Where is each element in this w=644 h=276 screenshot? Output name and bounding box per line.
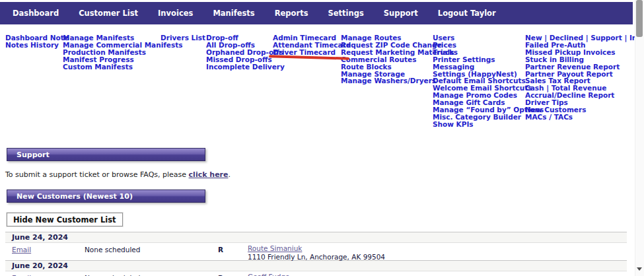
customer-name-address: Route Simaniuk1110 Friendly Ln, Anchorag… bbox=[248, 244, 385, 261]
customer-address: 1110 Friendly Ln, Anchorage, AK 99504 bbox=[248, 253, 385, 261]
support-text-after: . bbox=[229, 170, 231, 179]
support-section-header: Support bbox=[7, 148, 205, 161]
scrollbar-track[interactable] bbox=[635, 0, 644, 276]
link-macs-tacs[interactable]: MACs / TACs bbox=[525, 114, 644, 121]
customer-name-address: Geoff Fudge bbox=[248, 273, 290, 276]
link-show-kpis[interactable]: Show KPIs bbox=[433, 121, 544, 128]
date-group-header: June 24, 2024 bbox=[5, 232, 627, 243]
link-manifest-progress[interactable]: Manifest Progress bbox=[63, 56, 182, 63]
new-customers-section-header: New Customers (Newest 10) bbox=[7, 190, 205, 203]
support-text: To submit a support ticket or browse FAQ… bbox=[5, 170, 231, 179]
dashboard-page: DashboardCustomer ListInvoicesManifestsR… bbox=[0, 0, 644, 276]
hide-new-customer-list-button[interactable]: Hide New Customer List bbox=[7, 213, 123, 226]
scroll-down-arrow-icon[interactable] bbox=[637, 267, 642, 271]
customer-row: EmailNone scheduledRRoute Simaniuk1110 F… bbox=[5, 243, 627, 260]
email-link[interactable]: Email bbox=[12, 246, 31, 254]
new-customers-section-title: New Customers (Newest 10) bbox=[17, 192, 133, 201]
click-here-link[interactable]: click here bbox=[189, 170, 229, 179]
quick-links-column-8: New | Declined | Support | InvoicesFaile… bbox=[525, 34, 644, 121]
date-group-header: June 20, 2024 bbox=[5, 260, 627, 271]
nav-item-reports[interactable]: Reports bbox=[265, 9, 318, 18]
quick-links-column-3: Drivers List bbox=[161, 34, 205, 42]
nav-item-settings[interactable]: Settings bbox=[318, 9, 374, 18]
quick-links-column-1: Dashboard NoteNotes History bbox=[5, 34, 69, 49]
link-incomplete-delivery[interactable]: Incomplete Delivery bbox=[206, 63, 285, 71]
support-text-before: To submit a support ticket or browse FAQ… bbox=[5, 170, 189, 179]
link-custom-manifests[interactable]: Custom Manifests bbox=[63, 63, 182, 71]
nav-item-manifests[interactable]: Manifests bbox=[203, 9, 264, 18]
nav-item-customer-list[interactable]: Customer List bbox=[69, 9, 148, 18]
scrollbar-thumb[interactable] bbox=[636, 0, 643, 37]
support-section-title: Support bbox=[17, 151, 50, 159]
link-drivers-list[interactable]: Drivers List bbox=[161, 34, 205, 42]
quick-links-column-5: Admin TimecardAttendant TimecardDriver T… bbox=[273, 34, 351, 56]
link-stuck-in-billing[interactable]: Stuck in Billing bbox=[525, 56, 644, 63]
new-customer-table: June 24, 2024EmailNone scheduledRRoute S… bbox=[5, 232, 627, 276]
link-notes-history[interactable]: Notes History bbox=[5, 42, 69, 49]
link-partner-revenue-report[interactable]: Partner Revenue Report bbox=[525, 63, 644, 71]
customer-name-link[interactable]: Route Simaniuk bbox=[248, 244, 385, 252]
nav-item-logout-taylor[interactable]: Logout Taylor bbox=[428, 9, 506, 18]
nav-item-invoices[interactable]: Invoices bbox=[148, 9, 203, 18]
quick-links-panel: Dashboard NoteNotes HistoryManage Manife… bbox=[0, 34, 633, 133]
customer-row: EmailNone scheduledRGeoff Fudge bbox=[5, 271, 627, 276]
nav-item-dashboard[interactable]: Dashboard bbox=[3, 9, 69, 18]
schedule-status: None scheduled bbox=[85, 246, 140, 254]
top-navbar: DashboardCustomer ListInvoicesManifestsR… bbox=[0, 2, 633, 24]
residential-flag: R bbox=[218, 246, 223, 254]
customer-name-link[interactable]: Geoff Fudge bbox=[248, 273, 290, 276]
nav-item-support[interactable]: Support bbox=[374, 9, 428, 18]
